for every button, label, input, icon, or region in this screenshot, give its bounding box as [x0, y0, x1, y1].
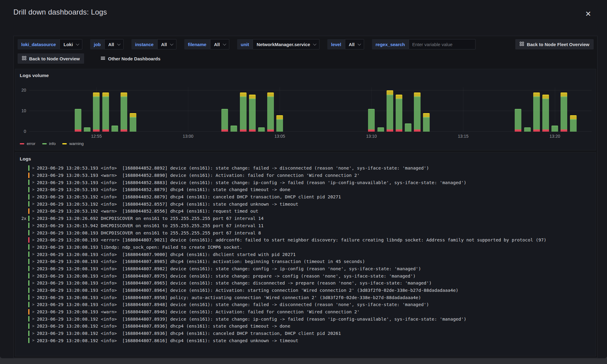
close-icon[interactable]: ✕	[584, 9, 592, 19]
variable-job-label: job	[90, 39, 104, 49]
expand-chevron-icon[interactable]: >	[32, 180, 34, 184]
log-row[interactable]: >2023-06-29 13:20:08.192 <info> [1688044…	[15, 322, 596, 330]
bar-segment-info	[423, 117, 430, 132]
expand-chevron-icon[interactable]: >	[32, 302, 34, 307]
log-row[interactable]: >2023-06-29 13:20:08.193 <info> [1688044…	[15, 287, 596, 294]
y-tick-label: 0	[16, 129, 26, 134]
expand-chevron-icon[interactable]: >	[32, 252, 34, 256]
expand-chevron-icon[interactable]: >	[32, 324, 34, 328]
dashboard-grid-icon	[22, 56, 26, 61]
bar-segment-error	[414, 130, 421, 132]
expand-chevron-icon[interactable]: >	[32, 310, 34, 314]
log-row[interactable]: >2023-06-29 13:20:53.193 <info> [1688044…	[15, 179, 596, 186]
log-row[interactable]: >2023-06-29 13:20:08.193 <error> [168804…	[15, 236, 596, 244]
log-message: 2023-06-29 13:20:08.192 <info> [16880448…	[37, 338, 298, 343]
variable-level: levelAll	[327, 39, 364, 49]
expand-chevron-icon[interactable]: >	[32, 266, 34, 271]
logs-panel-title[interactable]: Logs	[15, 153, 31, 162]
legend-item-info[interactable]: info	[42, 141, 56, 146]
log-row[interactable]: >2023-06-29 13:20:08.193 <info> [1688044…	[15, 294, 596, 301]
bar-segment-warning	[414, 93, 421, 97]
log-row[interactable]: 2x>2023-06-29 13:20:26.692 DHCPDISCOVER …	[15, 215, 596, 222]
log-row[interactable]: >2023-06-29 13:20:53.192 <info> [1688044…	[15, 193, 596, 201]
log-row[interactable]: >2023-06-29 13:20:08.192 <info> [1688044…	[15, 337, 596, 344]
back-to-node-fleet-overview-button[interactable]: Back to Node Fleet Overview	[515, 39, 594, 49]
variable-loki_datasource-picker[interactable]: Loki	[60, 39, 82, 49]
stacked-bar	[551, 126, 558, 132]
expand-chevron-icon[interactable]: >	[32, 238, 34, 242]
expand-chevron-icon[interactable]: >	[32, 216, 34, 221]
expand-chevron-icon[interactable]: >	[32, 195, 34, 199]
back-to-node-overview-button[interactable]: Back to Node Overview	[18, 53, 84, 64]
variable-instance: instanceAll	[131, 39, 176, 49]
bar-segment-info	[515, 109, 521, 130]
logs-volume-panel-title[interactable]: Logs volume	[15, 69, 49, 78]
variable-level-picker[interactable]: All	[345, 39, 364, 49]
expand-chevron-icon[interactable]: >	[32, 209, 34, 213]
chevron-down-icon	[313, 42, 316, 46]
expand-chevron-icon[interactable]: >	[32, 338, 34, 342]
log-message: 2023-06-29 13:20:08.193 <warn> [16880448…	[37, 309, 360, 314]
bar-segment-warning	[276, 115, 283, 120]
log-message: 2023-06-29 13:20:53.193 <info> [16880448…	[37, 187, 290, 192]
expand-chevron-icon[interactable]: >	[32, 187, 34, 192]
log-row[interactable]: >2023-06-29 13:20:53.193 <warn> [1688044…	[15, 172, 596, 179]
log-row[interactable]: >2023-06-29 13:20:08.193 libndp: ndp_soc…	[15, 244, 596, 251]
expand-chevron-icon[interactable]: >	[32, 288, 34, 292]
log-row[interactable]: >2023-06-29 13:20:08.193 <info> [1688044…	[15, 301, 596, 308]
other-node-dashboards-button[interactable]: Other Node Dashboards	[96, 53, 165, 64]
expand-chevron-icon[interactable]: >	[32, 259, 34, 264]
legend-item-error[interactable]: error	[20, 141, 36, 146]
variable-level-value: All	[349, 42, 355, 47]
bar-segment-info	[93, 96, 100, 130]
expand-chevron-icon[interactable]: >	[32, 166, 34, 170]
expand-chevron-icon[interactable]: >	[32, 231, 34, 235]
expand-chevron-icon[interactable]: >	[32, 173, 34, 177]
log-row[interactable]: >2023-06-29 13:20:08.193 <info> [1688044…	[15, 279, 596, 287]
bar-segment-info	[414, 96, 421, 130]
expand-chevron-icon[interactable]: >	[32, 274, 34, 278]
log-row[interactable]: >2023-06-29 13:20:53.193 <info> [1688044…	[15, 186, 596, 193]
log-row[interactable]: >2023-06-29 13:20:08.193 <info> [1688044…	[15, 258, 596, 265]
modal-title: Drill down dashboards: Logs	[13, 8, 107, 16]
variable-instance-picker[interactable]: All	[157, 39, 176, 49]
chart-legend: errorinfowarning	[20, 141, 84, 146]
variable-unit-picker[interactable]: NetworkManager.service	[253, 39, 319, 49]
log-row[interactable]: >2023-06-29 13:20:08.193 DHCPDISCOVER on…	[15, 229, 596, 236]
variable-job-picker[interactable]: All	[104, 39, 124, 49]
log-row[interactable]: >2023-06-29 13:20:53.192 <warn> [1688044…	[15, 207, 596, 215]
log-row[interactable]: >2023-06-29 13:20:08.192 <info> [1688044…	[15, 315, 596, 322]
variable-filename-picker[interactable]: All	[210, 39, 229, 49]
log-message: 2023-06-29 13:20:53.192 <info> [16880448…	[37, 194, 341, 199]
y-gridline	[29, 90, 592, 90]
bar-segment-error	[387, 130, 393, 132]
stacked-bar	[121, 93, 127, 132]
bar-segment-info	[75, 109, 81, 130]
log-row[interactable]: >2023-06-29 13:20:08.192 <info> [1688044…	[15, 330, 596, 337]
expand-chevron-icon[interactable]: >	[32, 317, 34, 321]
dashboard-grid-icon	[520, 42, 524, 47]
bar-segment-warning	[249, 95, 256, 99]
log-row[interactable]: >2023-06-29 13:20:53.193 <info> [1688044…	[15, 164, 596, 172]
log-row[interactable]: >2023-06-29 13:20:08.193 <info> [1688044…	[15, 251, 596, 258]
log-row[interactable]: >2023-06-29 13:20:53.192 <info> [1688044…	[15, 200, 596, 207]
bar-segment-error	[75, 130, 81, 132]
legend-item-warning[interactable]: warning	[62, 141, 84, 146]
bar-segment-info	[221, 109, 228, 130]
stacked-bar	[570, 115, 577, 132]
log-row[interactable]: >2023-06-29 13:20:08.193 <info> [1688044…	[15, 272, 596, 279]
log-row[interactable]: >2023-06-29 13:20:08.193 <warn> [1688044…	[15, 308, 596, 315]
bar-segment-info	[84, 127, 90, 132]
stacked-bar	[276, 115, 283, 132]
expand-chevron-icon[interactable]: >	[32, 281, 34, 285]
log-level-bar-info	[28, 244, 29, 250]
log-row[interactable]: >2023-06-29 13:20:15.942 DHCPDISCOVER on…	[15, 222, 596, 229]
expand-chevron-icon[interactable]: >	[32, 295, 34, 299]
expand-chevron-icon[interactable]: >	[32, 245, 34, 249]
variable-regex_search-input[interactable]	[409, 39, 476, 49]
expand-chevron-icon[interactable]: >	[32, 202, 34, 206]
log-row[interactable]: >2023-06-29 13:20:08.193 <info> [1688044…	[15, 265, 596, 272]
expand-chevron-icon[interactable]: >	[32, 331, 34, 335]
x-gridline	[555, 87, 555, 132]
expand-chevron-icon[interactable]: >	[32, 223, 34, 228]
